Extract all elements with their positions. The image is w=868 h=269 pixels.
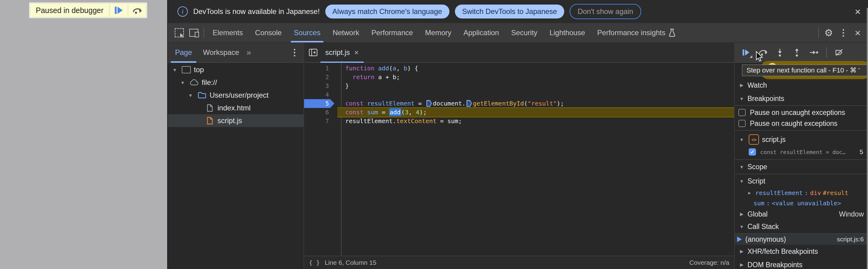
- editor-tab-bar: script.js ×: [304, 43, 734, 63]
- tab-console[interactable]: Console: [249, 23, 288, 43]
- tree-item-label: file://: [202, 78, 217, 87]
- line-number[interactable]: 1: [304, 64, 341, 73]
- breakpoint-file-group[interactable]: ▼ <> script.js: [735, 131, 868, 146]
- checkbox-unchecked[interactable]: [738, 120, 746, 127]
- paused-in-debugger-toast: Paused in debugger: [29, 2, 147, 18]
- breakpoint-file-label: script.js: [762, 136, 786, 144]
- xhr-breakpoints-section-header[interactable]: ▶ XHR/fetch Breakpoints: [735, 245, 868, 258]
- inspect-element-icon[interactable]: [172, 25, 187, 40]
- scope-section-header[interactable]: ▼ Scope: [735, 160, 868, 174]
- navigator-kebab-icon[interactable]: [287, 45, 302, 60]
- line-number[interactable]: 2: [304, 73, 341, 82]
- devtools-window: i DevTools is now available in Japanese!…: [167, 0, 868, 269]
- line-number[interactable]: 4: [304, 90, 341, 99]
- experiment-flask-icon: [669, 28, 676, 37]
- code-text: [341, 90, 734, 99]
- tree-item-top[interactable]: ▼ top: [168, 63, 304, 76]
- more-options-kebab-icon[interactable]: [836, 25, 850, 40]
- breakpoints-section-header[interactable]: ▼ Breakpoints: [735, 92, 868, 105]
- coverage-label: Coverage: n/a: [689, 259, 729, 266]
- tab-elements[interactable]: Elements: [207, 23, 249, 43]
- selected-call-target[interactable]: add: [389, 108, 401, 116]
- disclosure-triangle-icon: ▼: [738, 96, 746, 101]
- code-token: const: [345, 100, 367, 107]
- tab-network[interactable]: Network: [327, 23, 365, 43]
- scope-variable-resultElement[interactable]: ▶ resultElement: div#result: [735, 188, 868, 198]
- step-over-button-toast[interactable]: [128, 4, 146, 17]
- frame-icon: [182, 66, 191, 73]
- tab-lighthouse[interactable]: Lighthouse: [543, 23, 591, 43]
- code-token: add: [378, 64, 389, 72]
- breakpoint-checkbox[interactable]: ✓: [749, 148, 756, 156]
- breakpoint-line-number[interactable]: 5: [304, 99, 334, 108]
- variable-value: <value unavailable>: [772, 199, 841, 207]
- code-token: ) {: [407, 64, 418, 72]
- device-toolbar-icon[interactable]: [187, 25, 201, 40]
- dom-breakpoints-section-header[interactable]: ▶ DOM Breakpoints: [735, 258, 868, 269]
- editor-tab-script-js[interactable]: script.js ×: [320, 43, 364, 62]
- scope-script-row[interactable]: ▼ Script: [735, 174, 868, 188]
- match-chrome-language-button[interactable]: Always match Chrome's language: [325, 4, 450, 19]
- code-editor[interactable]: 1 function add(a, b) { 2 return a + b; 3…: [304, 63, 734, 255]
- toggle-navigator-panel-icon[interactable]: [306, 45, 320, 60]
- call-stack-frame-row[interactable]: (anonymous) script.js:6: [735, 234, 868, 245]
- tab-performance-insights[interactable]: Performance insights: [591, 23, 682, 43]
- js-file-icon: [205, 117, 214, 125]
- switch-devtools-japanese-button[interactable]: Switch DevTools to Japanese: [455, 4, 564, 19]
- tree-item-file-protocol[interactable]: ▼ file://: [168, 76, 304, 89]
- dont-show-again-button[interactable]: Don't show again: [570, 4, 641, 19]
- tab-performance[interactable]: Performance: [365, 23, 419, 43]
- pause-uncaught-exceptions-row[interactable]: Pause on uncaught exceptions: [735, 107, 868, 118]
- settings-gear-icon[interactable]: ⚙: [822, 25, 836, 40]
- tab-workspace[interactable]: Workspace: [197, 43, 245, 62]
- tree-item-project-folder[interactable]: ▼ Users/user/project: [168, 89, 304, 102]
- tab-application[interactable]: Application: [457, 23, 505, 43]
- resume-script-execution-button[interactable]: [741, 45, 750, 60]
- checkbox-unchecked[interactable]: [738, 109, 746, 116]
- pretty-print-icon[interactable]: { }: [309, 259, 320, 266]
- frame-name: (anonymous): [745, 235, 786, 244]
- tab-page[interactable]: Page: [169, 43, 197, 62]
- disclosure-triangle-icon[interactable]: ▼: [187, 93, 194, 98]
- line-number[interactable]: 6: [304, 108, 341, 117]
- disclosure-triangle-icon: ▼: [738, 179, 746, 184]
- line-number[interactable]: 3: [304, 82, 341, 90]
- code-text: }: [341, 82, 734, 90]
- editor-status-bar: { } Line 6, Column 15 Coverage: n/a: [304, 255, 734, 269]
- code-token: ,: [408, 109, 416, 116]
- resume-script-button[interactable]: [110, 4, 127, 17]
- step-into-button[interactable]: [775, 45, 784, 60]
- tab-memory[interactable]: Memory: [419, 23, 458, 43]
- inline-breakpoint-marker-icon[interactable]: [466, 100, 472, 107]
- disclosure-triangle-icon[interactable]: ▶: [746, 190, 753, 196]
- scope-variable-sum[interactable]: sum: <value unavailable>: [735, 198, 868, 208]
- tree-item-script-js[interactable]: script.js: [168, 114, 304, 127]
- tab-close-icon[interactable]: ×: [354, 48, 359, 57]
- code-text: return a + b;: [341, 73, 734, 82]
- pause-caught-exceptions-row[interactable]: Pause on caught exceptions: [735, 118, 868, 129]
- variable-name: sum: [753, 199, 765, 207]
- disclosure-triangle-icon[interactable]: ▼: [171, 67, 179, 73]
- disclosure-triangle-icon[interactable]: ▼: [179, 80, 187, 85]
- disclosure-triangle-icon[interactable]: ▶: [738, 211, 746, 217]
- code-line-paused: 6 const sum = add(3, 4);: [304, 108, 734, 117]
- deactivate-breakpoints-button[interactable]: [835, 45, 844, 60]
- code-line: 5 const resultElement = document.getElem…: [304, 99, 734, 108]
- tree-item-label: script.js: [217, 116, 242, 125]
- inline-breakpoint-marker-icon[interactable]: [427, 100, 432, 107]
- step-out-button[interactable]: [792, 45, 801, 60]
- watch-section-header[interactable]: ▶ Watch: [735, 79, 868, 92]
- window-edge-scrollbar[interactable]: [867, 8, 868, 269]
- step-button[interactable]: [809, 45, 818, 60]
- tab-sources[interactable]: Sources: [288, 23, 327, 43]
- tab-security[interactable]: Security: [505, 23, 544, 43]
- more-tabs-icon[interactable]: »: [245, 48, 253, 57]
- call-stack-section-header[interactable]: ▼ Call Stack: [735, 220, 868, 233]
- scope-global-row[interactable]: ▶ Global Window: [735, 208, 868, 220]
- breakpoint-entry-row[interactable]: ✓ const resultElement = doc… 5: [735, 146, 868, 157]
- devtools-close-icon[interactable]: ×: [850, 25, 865, 40]
- line-number[interactable]: 7: [304, 117, 341, 126]
- infobar-close-icon[interactable]: ×: [855, 6, 861, 17]
- gutter-divider: [341, 63, 342, 255]
- tree-item-index-html[interactable]: index.html: [168, 102, 304, 114]
